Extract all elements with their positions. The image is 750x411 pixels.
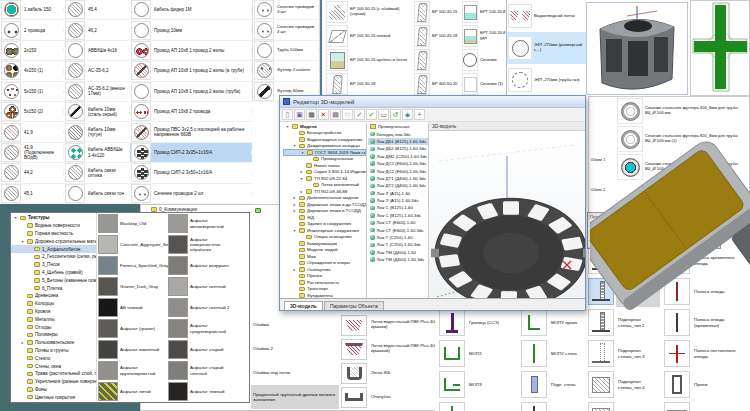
cable-row[interactable]: АС-35-6,2 bbox=[64, 61, 130, 81]
toolbar-button-icon[interactable]: ◈ bbox=[402, 109, 413, 120]
section-row[interactable]: Сечение проводов 4 шт bbox=[253, 20, 319, 40]
editor-tab[interactable]: 3D-модель bbox=[284, 301, 323, 310]
texture-tree-item[interactable]: 3_Песок bbox=[11, 261, 96, 269]
expander-icon[interactable]: ▸ bbox=[292, 267, 297, 272]
toolbar-button-icon[interactable]: ▭ bbox=[378, 109, 389, 120]
texture-tree-item[interactable]: Укрепления (разные поверхности) bbox=[11, 378, 96, 386]
texture-tree-item[interactable]: ▾ Дорожно-строительные материалы bbox=[11, 237, 96, 245]
cable-row[interactable]: 2 провода bbox=[0, 20, 64, 40]
model-file-item[interactable]: Люк ДТ2 (Д400)-1-60.3ds bbox=[368, 182, 428, 189]
cable-row[interactable]: Провод АП 10х8 1 провод 2 жилы bbox=[130, 41, 252, 61]
toolbar-button-icon[interactable]: ∷ bbox=[342, 109, 353, 120]
texture-tree-item[interactable]: ▾ Текстуры bbox=[11, 214, 96, 222]
model-tree-item[interactable]: ▸ Дорожные знаки и др.ТСОДД bbox=[283, 201, 366, 208]
texture-item[interactable]: Асфальт мелкозернистый bbox=[168, 213, 249, 234]
catalog-row[interactable] bbox=[519, 400, 584, 411]
toolbar-button-icon[interactable]: ▦ bbox=[306, 109, 317, 120]
catalog-row[interactable]: Полоса временного отвода bbox=[662, 245, 748, 276]
curb-row[interactable]: БРТ 100.20.8 bbox=[462, 0, 508, 24]
texture-item[interactable]: Асфальт разрушен bbox=[168, 255, 249, 276]
expander-icon[interactable]: ▾ bbox=[292, 143, 297, 148]
texture-tree-item[interactable]: Почвы и грунты bbox=[11, 347, 96, 355]
texture-thumbnail[interactable] bbox=[98, 277, 118, 296]
texture-item[interactable]: Асфальт светлый bbox=[168, 276, 249, 297]
texture-tree-item[interactable]: 6_Плитка bbox=[11, 284, 96, 292]
model-file-item[interactable]: Люк ДБ2 (В125)-1-60.3ds bbox=[368, 145, 428, 152]
model-tree-item[interactable]: ▾ Инженерные сооружения bbox=[283, 227, 366, 234]
cable-row[interactable]: Кабель 10мм (чугун) bbox=[64, 122, 130, 142]
model-file-item[interactable]: Люк Л (А15)-1-60 bbox=[368, 190, 428, 197]
cable-row[interactable]: Провод 10мм bbox=[130, 20, 252, 40]
texture-tree-item[interactable]: Цветные покрытия bbox=[11, 393, 96, 401]
texture-tree-item[interactable]: Древесина bbox=[11, 292, 96, 300]
cable-row[interactable]: Кабель связи тон bbox=[64, 184, 130, 204]
expander-icon[interactable]: ▾ bbox=[285, 124, 290, 129]
cable-row[interactable]: Провод ПВС-3х2,5 с изоляцией на рабочее … bbox=[130, 122, 252, 142]
cable-row[interactable]: 5х150 (1) bbox=[0, 82, 64, 102]
texture-item[interactable]: Асфальт литой bbox=[98, 381, 166, 402]
model-file-item[interactable]: Люк Л (А15)-1-60.3ds bbox=[368, 197, 428, 204]
cable-row[interactable]: Кабель АВБбШв 1-4х120 bbox=[64, 143, 130, 163]
cable-row[interactable]: 2х150 bbox=[0, 41, 64, 61]
cable-row[interactable]: Провод СИП-2 3х35+1х16/А bbox=[130, 143, 252, 163]
texture-item[interactable]: Асфальт старый светлый bbox=[168, 360, 249, 381]
texture-tree-item[interactable]: 2_Геосинтетики (сетки, решетки) bbox=[11, 253, 96, 261]
cable-row[interactable]: 41,9 (Подключение ВОдВ) bbox=[0, 143, 64, 163]
texture-tree-item[interactable]: Отходы bbox=[11, 323, 96, 331]
fitting-left-label[interactable]: Обойма 2 bbox=[251, 337, 339, 361]
model-file-item[interactable]: Люк ДМ2 (С250)-1-60.3ds bbox=[368, 153, 428, 160]
cable-row[interactable]: Сечение проводов 2 шт bbox=[130, 184, 252, 204]
texture-item[interactable]: АБ темный bbox=[98, 297, 166, 318]
render-view-casing[interactable] bbox=[586, 2, 688, 95]
catalog-row[interactable]: Полоса отвода (временная) bbox=[662, 307, 748, 338]
catalog-row[interactable] bbox=[586, 400, 660, 411]
texture-thumbnail[interactable] bbox=[168, 382, 188, 401]
catalog-row[interactable]: Подпорная стенка_тип 1 bbox=[586, 276, 660, 307]
texture-tree-item[interactable]: Водные поверхности bbox=[11, 222, 96, 230]
texture-tree-item[interactable]: Стекло bbox=[11, 354, 96, 362]
toolbar-button-icon[interactable]: ✓ bbox=[366, 109, 377, 120]
catalog-row[interactable]: Подп. стена bbox=[519, 369, 584, 400]
tray-row[interactable]: ЭФТ-270мм (размерный с...) bbox=[507, 32, 588, 64]
texture-tree-item[interactable]: Горная местность bbox=[11, 230, 96, 238]
expander-icon[interactable]: ▸ bbox=[292, 195, 297, 200]
fitting-left-label[interactable]: Обойма bbox=[251, 313, 339, 337]
flange-row[interactable]: Сечение стального футляра 820_8мм для тр… bbox=[589, 97, 749, 125]
toolbar-button-icon[interactable]: ↺ bbox=[390, 109, 401, 120]
expander-icon[interactable]: ▸ bbox=[299, 169, 304, 174]
cable-row[interactable]: 46,2 bbox=[64, 20, 130, 40]
cable-row[interactable]: Кабель фидер 1М bbox=[130, 0, 252, 20]
curb-row[interactable]: БР 100.30.18 bbox=[326, 72, 414, 96]
texture-item[interactable]: Асфальт каменный bbox=[98, 339, 166, 360]
toolbar-button-icon[interactable]: + bbox=[414, 109, 425, 120]
flange-row[interactable]: Сечение стального футляра 820_8мм для тр… bbox=[589, 125, 749, 153]
texture-tree-item[interactable]: 5_Бетоны (каменные поверхности) bbox=[11, 276, 96, 284]
texture-tree-item[interactable]: Стены, окна bbox=[11, 362, 96, 370]
model-tree-item[interactable]: ▾ Дождеприемные колодцы bbox=[283, 143, 366, 150]
editor-tab[interactable]: Параметры Объекта bbox=[324, 301, 384, 310]
cable-row[interactable]: 45,1 bbox=[0, 184, 64, 204]
model-file-item[interactable]: Люк ДС2 (Е600)-1-60.3ds bbox=[368, 167, 428, 174]
tray-row[interactable]: ЭФТ-270мм (труба газ) bbox=[507, 64, 588, 96]
section-row[interactable]: Футляр 2 кабеля bbox=[253, 61, 319, 81]
texture-thumbnail[interactable] bbox=[168, 298, 188, 317]
model-tree-item[interactable]: ▸ Дополнительные модели bbox=[283, 195, 366, 202]
model-file-item[interactable]: Люк Т (С250)-1-60 bbox=[368, 234, 428, 241]
texture-tree-item[interactable]: Кровля bbox=[11, 308, 96, 316]
expander-icon[interactable]: ▾ bbox=[299, 176, 304, 181]
fitting-left-label[interactable]: Продольный трубчатый дренаж мелкого зало… bbox=[251, 385, 339, 409]
cable-row[interactable]: АС-35-6,2 (внешн 17мм) bbox=[64, 82, 130, 102]
model-file-item[interactable]: Люк СТ (Е600)-1-60 bbox=[368, 219, 428, 226]
expander-icon[interactable]: ▸ bbox=[292, 208, 297, 213]
curb-row[interactable]: БР 100.30.15 плохой bbox=[326, 24, 414, 48]
texture-thumbnail[interactable] bbox=[168, 214, 188, 233]
section-row[interactable]: Труба 100мм bbox=[253, 41, 319, 61]
texture-thumbnail[interactable] bbox=[168, 319, 188, 338]
model-file-item[interactable]: Люк С (В125)-1-60 bbox=[368, 204, 428, 211]
cable-row[interactable]: Провод АП 10х8 2 провода bbox=[130, 102, 252, 122]
texture-item[interactable]: Асфальт темный bbox=[168, 381, 249, 402]
texture-thumbnail[interactable] bbox=[168, 361, 188, 380]
catalog-row[interactable] bbox=[437, 400, 517, 411]
model-file-item[interactable]: Люк ДТ1 (Д400)-1-60.3ds bbox=[368, 175, 428, 182]
texture-tree-item[interactable]: Фоны bbox=[11, 386, 96, 394]
